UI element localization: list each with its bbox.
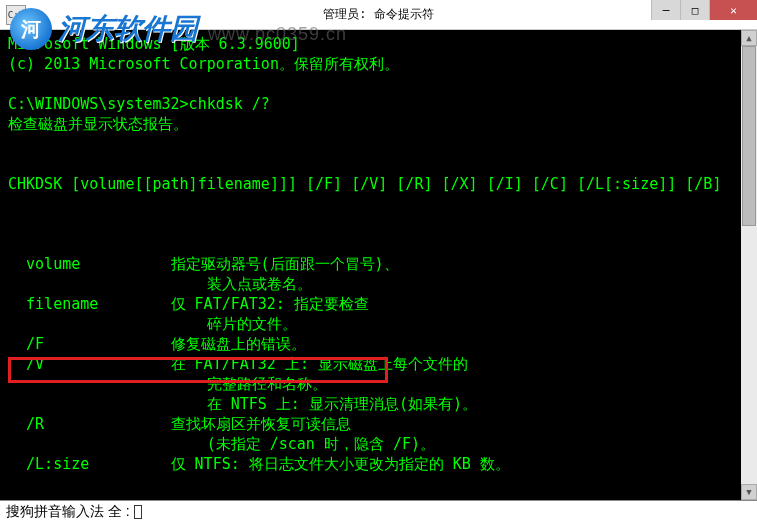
- window-title: 管理员: 命令提示符: [323, 6, 433, 23]
- terminal-output[interactable]: Microsoft Windows [版本 6.3.9600] (c) 2013…: [0, 30, 757, 500]
- output-line: /R 查找坏扇区并恢复可读信息: [8, 415, 351, 433]
- output-line: (c) 2013 Microsoft Corporation。保留所有权利。: [8, 55, 399, 73]
- output-line: volume 指定驱动器号(后面跟一个冒号)、: [8, 255, 399, 273]
- close-button[interactable]: ✕: [709, 0, 757, 20]
- output-line: (未指定 /scan 时，隐含 /F)。: [8, 435, 435, 453]
- scroll-thumb[interactable]: [742, 46, 756, 226]
- scroll-up-button[interactable]: ▲: [741, 30, 757, 46]
- scroll-track[interactable]: [741, 46, 757, 484]
- output-line-highlighted: /F 修复磁盘上的错误。: [8, 335, 306, 353]
- window-icon: C:\: [6, 5, 26, 25]
- output-line: C:\WINDOWS\system32>chkdsk /?: [8, 95, 270, 113]
- output-line: 检查磁盘并显示状态报告。: [8, 115, 188, 133]
- ime-label: 搜狗拼音输入法 全 :: [6, 503, 130, 521]
- output-line: CHKDSK [volume[[path]filename]]] [/F] [/…: [8, 175, 721, 193]
- output-line: 装入点或卷名。: [8, 275, 312, 293]
- output-line: 完整路径和名称。: [8, 375, 327, 393]
- maximize-button[interactable]: □: [680, 0, 709, 20]
- output-line: 在 NTFS 上: 显示清理消息(如果有)。: [8, 395, 477, 413]
- command-prompt-window: C:\ 管理员: 命令提示符 ─ □ ✕ 河 河东软件园 www.pc0359.…: [0, 0, 757, 522]
- output-line: 碎片的文件。: [8, 315, 297, 333]
- output-line: Microsoft Windows [版本 6.3.9600]: [8, 35, 300, 53]
- vertical-scrollbar[interactable]: ▲ ▼: [741, 30, 757, 500]
- output-line: filename 仅 FAT/FAT32: 指定要检查: [8, 295, 369, 313]
- titlebar[interactable]: C:\ 管理员: 命令提示符 ─ □ ✕: [0, 0, 757, 30]
- ime-status-bar: 搜狗拼音输入法 全 :: [0, 500, 757, 522]
- output-line: /L:size 仅 NTFS: 将日志文件大小更改为指定的 KB 数。: [8, 455, 510, 473]
- window-controls: ─ □ ✕: [651, 0, 757, 22]
- output-line: /V 在 FAT/FAT32 上: 显示磁盘上每个文件的: [8, 355, 468, 373]
- ime-cursor-icon: [134, 505, 142, 519]
- minimize-button[interactable]: ─: [651, 0, 680, 20]
- scroll-down-button[interactable]: ▼: [741, 484, 757, 500]
